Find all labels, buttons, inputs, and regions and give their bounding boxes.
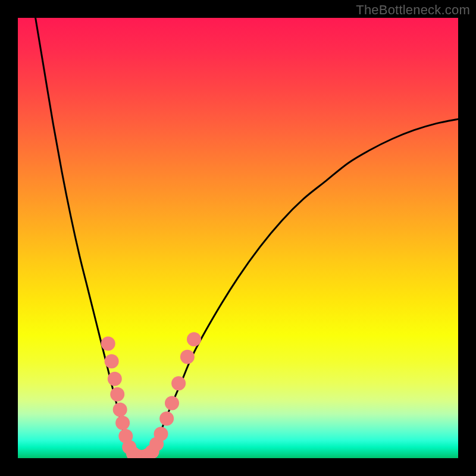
data-point — [154, 427, 168, 441]
v-curve-path — [36, 18, 458, 458]
bottleneck-curve — [36, 18, 458, 458]
data-point — [115, 416, 130, 430]
scatter-markers — [101, 332, 201, 458]
data-point — [105, 354, 119, 368]
data-point — [180, 350, 195, 364]
data-point — [159, 411, 174, 425]
curve-layer — [18, 18, 458, 458]
data-point — [110, 387, 124, 402]
data-point — [101, 337, 115, 351]
data-point — [108, 372, 122, 386]
data-point — [187, 332, 201, 346]
data-point — [165, 396, 179, 411]
plot-area — [18, 18, 458, 458]
watermark-text: TheBottleneck.com — [356, 2, 470, 18]
data-point — [171, 376, 186, 390]
data-point — [113, 403, 127, 417]
chart-frame: TheBottleneck.com — [0, 0, 476, 476]
